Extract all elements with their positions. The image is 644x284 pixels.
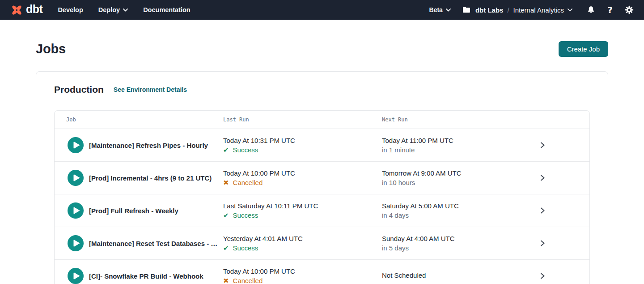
dbt-logo[interactable]: dbt <box>11 4 42 16</box>
job-row[interactable]: [Prod] Incremental - 4hrs (9 to 21 UTC) … <box>55 162 589 194</box>
job-row[interactable]: [Prod] Full Refresh - Weekly Last Saturd… <box>55 194 589 227</box>
row-actions <box>496 207 589 214</box>
last-run-time: Today At 10:00 PM UTC <box>223 267 382 275</box>
job-name[interactable]: [Maintenance] Refresh Pipes - Hourly <box>89 142 208 149</box>
project-selector[interactable]: Internal Analytics <box>513 6 572 14</box>
breadcrumb: dbt Labs / Internal Analytics <box>462 5 572 15</box>
chevron-right-icon[interactable] <box>539 272 546 280</box>
folder-icon <box>462 5 471 15</box>
settings-gear-icon[interactable] <box>624 5 634 15</box>
job-row[interactable]: [CI]- Snowflake PR Build - Webhook Today… <box>55 260 589 284</box>
status-x-icon <box>223 179 229 186</box>
page-title: Jobs <box>36 42 66 56</box>
run-job-play-icon[interactable] <box>68 268 84 284</box>
next-run-time: Tomorrow At 9:00 AM UTC <box>382 169 496 177</box>
row-actions <box>496 142 589 149</box>
environment-name: Production <box>54 84 104 95</box>
environment-details-link[interactable]: See Environment Details <box>114 86 187 93</box>
last-run-status: Cancelled <box>223 179 382 186</box>
last-run-cell: Today At 10:31 PM UTC Success <box>223 137 382 154</box>
nav-item-develop[interactable]: Develop <box>58 6 83 13</box>
job-cell: [Prod] Full Refresh - Weekly <box>55 202 223 219</box>
chevron-right-icon[interactable] <box>539 174 546 181</box>
last-run-cell: Yesterday At 4:01 AM UTC Success <box>223 235 382 252</box>
job-cell: [Maintenance] Reset Test Databases - W… <box>55 235 223 251</box>
help-icon[interactable]: ? <box>605 5 615 15</box>
run-job-play-icon[interactable] <box>68 137 84 153</box>
environment-card: Production See Environment Details Job L… <box>36 71 608 284</box>
next-run-cell: Sunday At 4:00 AM UTC in 5 days <box>382 235 496 252</box>
job-name[interactable]: [Prod] Full Refresh - Weekly <box>89 207 178 215</box>
nav-right-section: Beta dbt Labs / Internal Analytics <box>429 5 634 15</box>
create-job-button[interactable]: Create Job <box>559 41 608 57</box>
run-job-play-icon[interactable] <box>68 170 84 186</box>
chevron-right-icon[interactable] <box>539 240 546 247</box>
run-job-play-icon[interactable] <box>68 235 84 251</box>
last-run-cell: Today At 10:00 PM UTC Cancelled <box>223 169 382 186</box>
last-run-cell: Last Saturday At 10:11 PM UTC Success <box>223 202 382 219</box>
nav-utility-icons: ? <box>586 5 634 15</box>
nav-item-label: Documentation <box>143 6 191 13</box>
nav-item-label: Develop <box>58 6 83 13</box>
dbt-logo-icon <box>11 4 23 16</box>
job-name[interactable]: [Maintenance] Reset Test Databases - W… <box>89 240 219 247</box>
dbt-logo-wordmark: dbt <box>26 4 42 16</box>
next-run-relative: in 10 hours <box>382 179 496 186</box>
nav-item-deploy[interactable]: Deploy <box>98 6 128 13</box>
nav-item-documentation[interactable]: Documentation <box>143 6 191 13</box>
status-check-icon <box>223 212 229 219</box>
next-run-relative: in 5 days <box>382 244 496 252</box>
status-x-icon <box>223 277 229 284</box>
page-header: Jobs Create Job <box>0 41 644 57</box>
last-run-time: Today At 10:00 PM UTC <box>223 169 382 177</box>
run-job-play-icon[interactable] <box>68 202 84 219</box>
notifications-bell-icon[interactable] <box>586 5 596 15</box>
status-label: Success <box>233 244 258 252</box>
next-run-cell: Today At 11:00 PM UTC in 1 minute <box>382 137 496 154</box>
row-actions <box>496 174 589 181</box>
status-check-icon <box>223 245 229 251</box>
chevron-down-icon <box>568 9 572 12</box>
project-name: Internal Analytics <box>513 6 564 14</box>
next-run-cell: Tomorrow At 9:00 AM UTC in 10 hours <box>382 169 496 186</box>
next-run-relative: in 4 days <box>382 211 496 219</box>
nav-item-label: Deploy <box>98 6 120 13</box>
column-header-last-run: Last Run <box>223 116 382 123</box>
last-run-time: Last Saturday At 10:11 PM UTC <box>223 202 382 210</box>
chevron-down-icon <box>446 9 451 12</box>
next-run-time: Today At 11:00 PM UTC <box>382 137 496 144</box>
column-header-job: Job <box>55 116 223 123</box>
job-cell: [Maintenance] Refresh Pipes - Hourly <box>55 137 223 153</box>
next-run-time: Sunday At 4:00 AM UTC <box>382 235 496 242</box>
job-name[interactable]: [CI]- Snowflake PR Build - Webhook <box>89 272 203 280</box>
job-row[interactable]: [Maintenance] Reset Test Databases - W… … <box>55 227 589 260</box>
help-icon-glyph: ? <box>607 4 613 15</box>
jobs-table: Job Last Run Next Run [Maintenance] Refr… <box>54 110 590 284</box>
column-header-next-run: Next Run <box>382 116 496 123</box>
status-label: Success <box>233 146 258 154</box>
next-run-cell: Not Scheduled <box>382 271 496 281</box>
job-cell: [Prod] Incremental - 4hrs (9 to 21 UTC) <box>55 170 223 186</box>
chevron-right-icon[interactable] <box>539 207 546 214</box>
next-run-relative: in 1 minute <box>382 146 496 154</box>
last-run-status: Success <box>223 244 382 252</box>
job-row[interactable]: [Maintenance] Refresh Pipes - Hourly Tod… <box>55 129 589 162</box>
beta-selector[interactable]: Beta <box>429 6 451 13</box>
row-actions <box>496 240 589 247</box>
last-run-status: Success <box>223 211 382 219</box>
last-run-time: Yesterday At 4:01 AM UTC <box>223 235 382 242</box>
next-run-cell: Saturday At 5:00 AM UTC in 4 days <box>382 202 496 219</box>
beta-label: Beta <box>429 6 443 13</box>
table-header: Job Last Run Next Run <box>55 111 589 129</box>
next-run-time: Saturday At 5:00 AM UTC <box>382 202 496 210</box>
account-name[interactable]: dbt Labs <box>475 6 504 14</box>
chevron-right-icon[interactable] <box>539 142 546 149</box>
top-navigation: dbt Develop Deploy Documentation Beta db… <box>0 0 644 20</box>
primary-nav: Develop Deploy Documentation <box>58 6 190 13</box>
environment-header: Production See Environment Details <box>54 84 590 95</box>
last-run-cell: Today At 10:00 PM UTC Cancelled <box>223 267 382 284</box>
job-name[interactable]: [Prod] Incremental - 4hrs (9 to 21 UTC) <box>89 174 212 182</box>
chevron-down-icon <box>123 9 128 12</box>
last-run-status: Cancelled <box>223 277 382 284</box>
status-label: Success <box>233 211 258 219</box>
